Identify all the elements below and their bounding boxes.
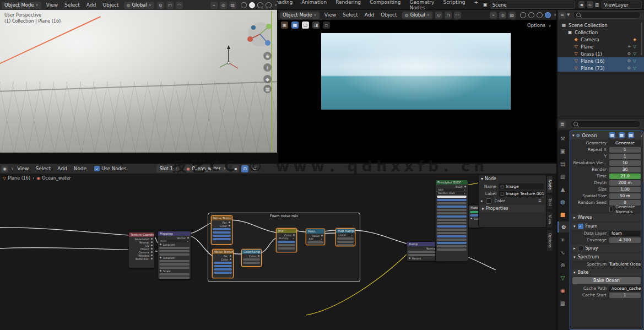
node-dropdown[interactable]: Multiply∨: [278, 237, 295, 240]
node-slider[interactable]: [307, 241, 323, 244]
node-slider[interactable]: [278, 247, 295, 250]
node-slider[interactable]: [159, 247, 190, 249]
node-noise-texture[interactable]: Noise TextureFacColor: [212, 249, 234, 278]
node-slider[interactable]: [159, 277, 190, 279]
node-slider[interactable]: [213, 228, 231, 230]
node-dropdown[interactable]: Random Walk∨: [437, 192, 467, 194]
shading-rendered-button[interactable]: [266, 2, 272, 8]
sidebar-tab-view[interactable]: View: [546, 211, 553, 228]
filter-icon[interactable]: ▼: [567, 13, 570, 17]
node-slider[interactable]: [437, 199, 467, 201]
orientation-dropdown[interactable]: ◍Global∨: [124, 2, 154, 9]
properties-tab-particles[interactable]: ✳: [558, 234, 568, 245]
node-slider[interactable]: [159, 267, 190, 269]
gizmo-toggle-icon[interactable]: ⌁: [210, 2, 218, 9]
viewport-menu-add[interactable]: Add: [83, 2, 99, 8]
node-slider[interactable]: [243, 258, 260, 261]
node-slider[interactable]: [437, 219, 467, 221]
node-slider[interactable]: [214, 262, 232, 264]
list-menu-icon[interactable]: ≣: [538, 198, 542, 203]
outliner-row[interactable]: ▣Collection: [558, 29, 644, 36]
properties-tab-tool[interactable]: ⚒: [558, 133, 568, 144]
subpanel-checkbox[interactable]: [578, 246, 583, 251]
tool-dark-icon[interactable]: ▫: [323, 21, 330, 29]
snap-magnet-icon[interactable]: ⊓: [445, 12, 452, 19]
node-slider[interactable]: [214, 272, 232, 274]
breadcrumb-item[interactable]: ◉Ocean_water: [36, 176, 71, 181]
navigation-gizmo[interactable]: [246, 20, 274, 48]
property-value-spatial-size[interactable]: 50 m: [609, 193, 641, 199]
node-dropdown[interactable]: Add∨: [307, 237, 323, 240]
shading-rendered-button[interactable]: [545, 12, 551, 18]
outliner-row[interactable]: ▽Grass (1)⚙▽: [558, 50, 644, 57]
node-dropdown[interactable]: Linear∨: [337, 234, 354, 236]
node-texture-coordinate[interactable]: Texture CoordinateGeneratedNormalUVObjec…: [128, 232, 155, 268]
properties-tab-render[interactable]: ▣: [558, 145, 568, 156]
badge-mesh-icon[interactable]: ▽: [633, 66, 636, 71]
node-slider[interactable]: [437, 205, 467, 208]
node-slider[interactable]: [213, 235, 231, 237]
outliner-row[interactable]: ▽Plane (16)⚙▽: [558, 57, 644, 64]
editor-type-icon[interactable]: ≡: [559, 12, 566, 19]
pan-button[interactable]: +: [263, 63, 272, 72]
badge-wrench-icon[interactable]: ⚙: [627, 66, 631, 71]
node-map-range[interactable]: Map RangeLinear∨: [335, 228, 355, 246]
breadcrumb-item[interactable]: ▽Plane (16): [3, 176, 30, 181]
shading-wireframe-button[interactable]: [241, 2, 247, 8]
shading-material-button[interactable]: [257, 2, 263, 8]
subpanel-waves[interactable]: ▸Waves: [571, 214, 642, 221]
node-slider[interactable]: [437, 242, 467, 244]
mode-dropdown[interactable]: Object Mode∨: [280, 12, 320, 19]
realtime-toggle[interactable]: ▦: [619, 132, 625, 138]
node-slider[interactable]: [437, 215, 467, 218]
shading-solid-button[interactable]: [528, 12, 534, 18]
xray-toggle-icon[interactable]: ▨: [229, 2, 236, 9]
property-value-coverage[interactable]: 4.300: [609, 237, 641, 243]
badge-particles-icon[interactable]: ✳: [627, 44, 631, 49]
bake-ocean-button[interactable]: Bake Ocean: [572, 277, 641, 284]
property-value-depth[interactable]: 200 m: [609, 180, 641, 186]
node-slider[interactable]: [437, 225, 467, 228]
camera-view-button[interactable]: ◆: [263, 75, 272, 83]
properties-tab-texture[interactable]: ▦: [558, 297, 568, 309]
badge-mesh-icon[interactable]: ▽: [633, 44, 636, 49]
properties-tab-world[interactable]: ◍: [558, 196, 568, 207]
xray-toggle-icon[interactable]: ▨: [508, 12, 516, 19]
shading-material-button[interactable]: [537, 12, 543, 18]
sidebar-tab-node[interactable]: Node: [546, 176, 553, 193]
node-panel-header[interactable]: ▾ Node: [479, 175, 546, 182]
node-slider[interactable]: [213, 238, 231, 240]
viewport-3d-canvas[interactable]: User Perspective (1) Collection | Plane …: [0, 10, 277, 153]
shading-solid-button[interactable]: [249, 2, 255, 8]
node-slider[interactable]: [159, 250, 190, 252]
outliner-scrollbar[interactable]: [641, 22, 642, 55]
modifier-panel-header[interactable]: ▾⚙Ocean▦▦▦∨: [570, 131, 643, 139]
node-slider[interactable]: [437, 209, 467, 211]
badge-mesh-icon[interactable]: ▽: [633, 51, 636, 56]
properties-tab-constraints[interactable]: ⊗: [558, 259, 568, 271]
subpanel-checkbox[interactable]: ✓: [578, 224, 583, 229]
sidebar-tab-options[interactable]: Options: [546, 229, 553, 252]
viewport-menu-view[interactable]: View: [321, 12, 339, 18]
properties-tab-output[interactable]: ▤: [558, 158, 568, 169]
checkbox-generate-normals[interactable]: [609, 207, 613, 212]
node-slider[interactable]: [437, 235, 467, 237]
node-colorramp[interactable]: ColorRampColor: [241, 249, 262, 267]
node-slider[interactable]: [243, 262, 260, 264]
color-checkbox[interactable]: [486, 198, 491, 204]
properties-tab-physics[interactable]: ∿: [558, 247, 568, 258]
properties-tab-view-layer[interactable]: ▥: [558, 171, 568, 182]
subpanel-spectrum[interactable]: ▾Spectrum: [571, 253, 642, 261]
node-noise-texture[interactable]: Noise TextureFacColor: [211, 215, 232, 245]
property-value-repeat-x[interactable]: 1: [609, 147, 641, 153]
node-slider[interactable]: [213, 231, 231, 234]
node-dropdown[interactable]: GGX∨: [437, 188, 467, 191]
property-value-cache-path[interactable]: //ocean_cache: [609, 286, 641, 291]
new-scene-button[interactable]: ▪: [578, 1, 585, 8]
outliner-row[interactable]: ▽Plane (73)⚙▽: [558, 64, 644, 72]
node-slider[interactable]: [278, 244, 295, 246]
outliner-row[interactable]: ▽Plane✳▽: [558, 43, 644, 50]
node-slider[interactable]: [437, 212, 467, 214]
node-slider[interactable]: [159, 253, 190, 256]
ortho-toggle-button[interactable]: ▦: [263, 85, 272, 93]
